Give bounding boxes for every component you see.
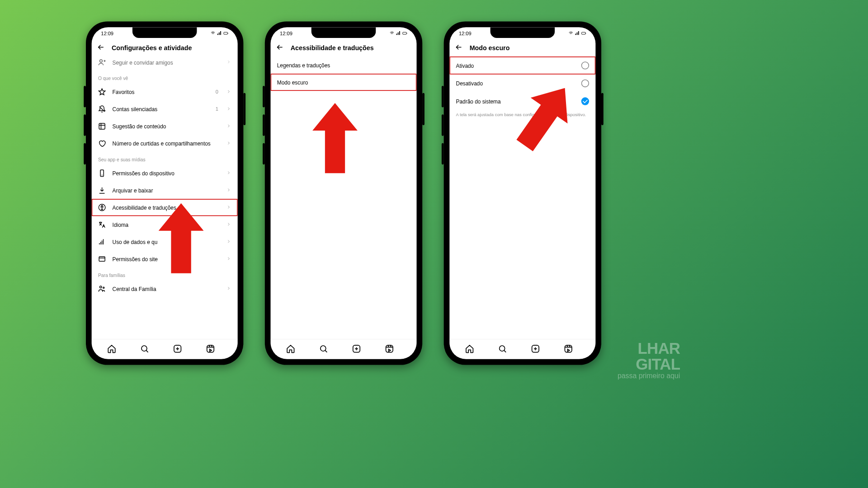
chevron-right-icon: [226, 123, 231, 129]
content-icon: [98, 122, 106, 130]
battery-icon: [581, 31, 586, 36]
signal-icon: [217, 31, 222, 36]
row-legendas[interactable]: Legendas e traduções: [271, 56, 417, 74]
section-what-you-see: O que você vê: [92, 71, 238, 84]
nav-home[interactable]: [465, 344, 474, 355]
status-icons: [211, 31, 229, 36]
chevron-right-icon: [226, 106, 231, 112]
chevron-right-icon: [226, 221, 231, 227]
row-central-familia[interactable]: Central da Família: [92, 280, 238, 297]
battery-icon: [402, 31, 407, 36]
notch: [491, 27, 555, 38]
status-icons: [389, 31, 407, 36]
chevron-right-icon: [226, 239, 231, 244]
chevron-right-icon: [226, 59, 231, 65]
svg-point-6: [102, 205, 103, 206]
row-uso-dados[interactable]: Uso de dados e qu: [92, 233, 238, 250]
radio-unchecked[interactable]: [581, 61, 589, 69]
svg-rect-1: [228, 33, 228, 34]
chevron-right-icon: [226, 204, 231, 210]
page-title: Modo escuro: [470, 44, 510, 52]
notch: [132, 27, 197, 38]
family-icon: [98, 285, 106, 292]
nav-home[interactable]: [286, 344, 296, 355]
svg-rect-3: [99, 123, 105, 129]
option-desativado[interactable]: Desativado: [449, 75, 595, 93]
row-favoritos[interactable]: Favoritos 0: [92, 83, 238, 100]
heart-icon: [98, 140, 106, 147]
nav-search[interactable]: [140, 344, 150, 355]
chevron-right-icon: [226, 89, 231, 95]
chevron-right-icon: [226, 170, 231, 176]
row-sugestao-conteudo[interactable]: Sugestão de conteúdo: [92, 117, 238, 135]
nav-search[interactable]: [319, 344, 328, 355]
page-title: Configurações e atividade: [112, 44, 192, 52]
status-time: 12:09: [459, 30, 472, 36]
back-button[interactable]: [454, 43, 463, 53]
section-families: Para famílias: [92, 267, 238, 280]
settings-list[interactable]: Seguir e convidar amigos O que você vê F…: [92, 56, 238, 339]
row-arquivar-baixar[interactable]: Arquivar e baixar: [92, 182, 238, 199]
option-ativado[interactable]: Ativado: [449, 56, 595, 75]
status-time: 12:09: [101, 30, 113, 36]
phone-3: 12:09 Modo escuro Ativado Desativado: [444, 22, 601, 365]
wifi-icon: [389, 31, 394, 36]
row-curtidas[interactable]: Número de curtidas e compartilhamentos: [92, 135, 238, 152]
battery-icon: [223, 31, 228, 36]
radio-unchecked[interactable]: [581, 80, 589, 87]
svg-rect-0: [224, 32, 227, 34]
section-app-media: Seu app e suas mídias: [92, 152, 238, 164]
page-title: Acessibilidade e traduções: [291, 44, 374, 52]
status-time: 12:09: [280, 30, 292, 36]
row-acessibilidade[interactable]: Acessibilidade e traduções: [92, 199, 238, 216]
bottom-nav: [449, 339, 595, 359]
svg-rect-13: [403, 32, 406, 34]
row-permissoes-site[interactable]: Permissões do site: [92, 250, 238, 267]
options-list[interactable]: Legendas e traduções Modo escuro: [271, 56, 417, 339]
wifi-icon: [568, 31, 573, 36]
nav-create[interactable]: [352, 344, 361, 355]
dark-mode-options: Ativado Desativado Padrão do sistema A t…: [449, 56, 595, 339]
row-follow-invite[interactable]: Seguir e convidar amigos: [92, 56, 238, 71]
app-header: Configurações e atividade: [92, 39, 238, 56]
option-padrao-sistema[interactable]: Padrão do sistema: [449, 92, 595, 110]
nav-create[interactable]: [531, 344, 540, 355]
wifi-icon: [211, 31, 216, 36]
user-plus-icon: [98, 58, 106, 66]
chevron-right-icon: [226, 141, 231, 146]
chevron-right-icon: [226, 187, 231, 193]
translate-icon: [98, 221, 106, 228]
svg-point-20: [500, 346, 505, 351]
row-idioma[interactable]: Idioma: [92, 216, 238, 233]
row-contas-silenciadas[interactable]: Contas silenciadas 1: [92, 100, 238, 117]
accessibility-icon: [98, 203, 106, 211]
row-modo-escuro[interactable]: Modo escuro: [271, 74, 417, 91]
signal-icon: [575, 31, 580, 36]
nav-search[interactable]: [498, 344, 507, 355]
notch: [311, 27, 376, 38]
nav-reels[interactable]: [564, 344, 573, 355]
svg-rect-14: [407, 33, 407, 34]
chevron-right-icon: [226, 286, 231, 291]
nav-home[interactable]: [107, 344, 117, 355]
star-icon: [98, 88, 106, 96]
svg-point-2: [100, 60, 103, 62]
download-icon: [98, 186, 106, 194]
back-button[interactable]: [97, 43, 105, 53]
svg-point-15: [321, 346, 326, 351]
browser-icon: [98, 255, 106, 263]
signal-icon: [396, 31, 401, 36]
phone-2: 12:09 Acessibilidade e traduções Legenda…: [265, 22, 422, 365]
svg-point-8: [100, 286, 102, 288]
row-permissoes-dispositivo[interactable]: Permissões do dispositivo: [92, 164, 238, 182]
nav-create[interactable]: [173, 344, 182, 355]
watermark: LHAR GITAL passa primeiro aqui: [618, 341, 680, 380]
back-button[interactable]: [276, 43, 284, 53]
svg-point-9: [103, 287, 104, 288]
nav-reels[interactable]: [206, 344, 215, 355]
status-icons: [568, 31, 586, 36]
app-header: Acessibilidade e traduções: [271, 39, 417, 56]
nav-reels[interactable]: [385, 344, 394, 355]
bottom-nav: [271, 339, 417, 359]
radio-checked[interactable]: [581, 97, 589, 105]
